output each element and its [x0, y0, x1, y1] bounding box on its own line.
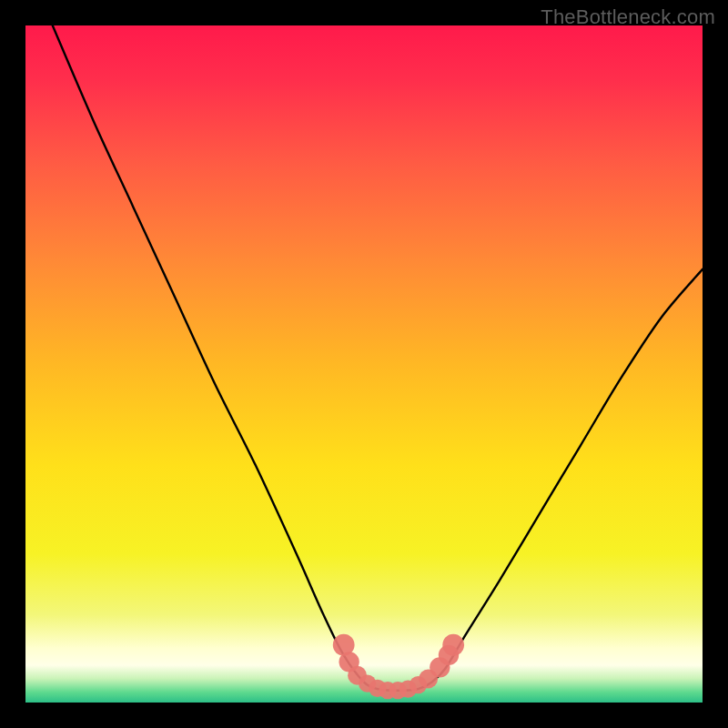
- watermark-text: TheBottleneck.com: [541, 5, 715, 29]
- chart-svg: [25, 25, 703, 703]
- svg-point-13: [442, 634, 464, 656]
- chart-frame: TheBottleneck.com: [0, 0, 728, 728]
- svg-rect-0: [25, 25, 703, 703]
- plot-area: [25, 25, 703, 703]
